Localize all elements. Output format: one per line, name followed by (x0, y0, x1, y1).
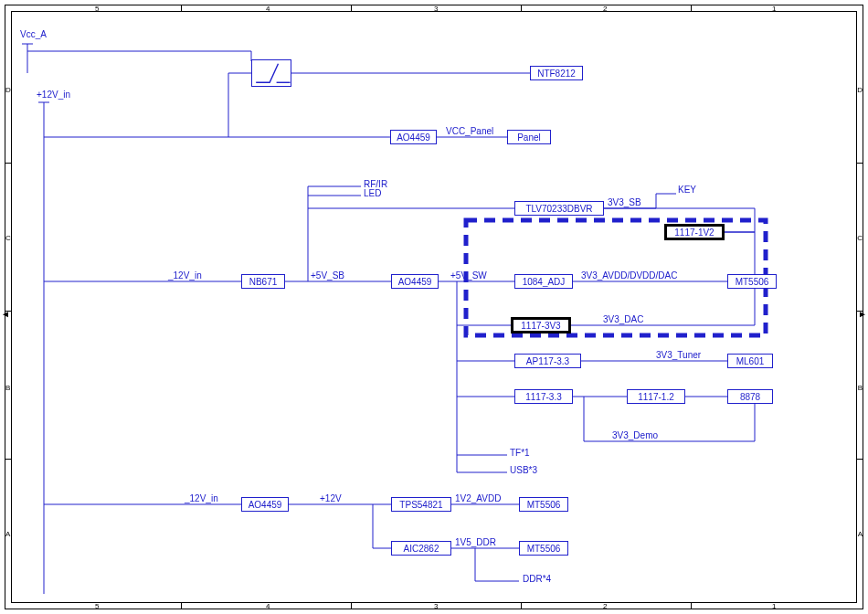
block-panel: Panel (507, 130, 551, 144)
block-tlv: TLV70233DBVR (514, 201, 604, 216)
block-8878: 8878 (727, 389, 773, 404)
tick (5, 163, 11, 164)
grid-col-1b: 1 (772, 602, 776, 610)
net-vcc-panel: VCC_Panel (446, 126, 493, 136)
net-3v3-demo: 3V3_Demo (612, 430, 658, 440)
grid-row-d: D (5, 86, 11, 94)
grid-row-a: A (5, 530, 10, 538)
port-vcc-a: Vcc_A (20, 29, 47, 39)
block-tps54821: TPS54821 (391, 497, 451, 512)
grid-col-3: 3 (434, 5, 438, 13)
block-ao4459-c: AO4459 (241, 497, 289, 512)
grid-col-4b: 4 (266, 602, 270, 610)
net-1v2-avdd: 1V2_AVDD (455, 493, 501, 503)
net-3v3-sb: 3V3_SB (608, 197, 641, 207)
block-ap117: AP117-3.3 (514, 354, 581, 368)
block-mt5506-b: MT5506 (519, 497, 568, 512)
block-ao4459-a: AO4459 (390, 130, 437, 144)
grid-col-5b: 5 (95, 602, 99, 610)
arrow-left: ◄ (1, 309, 10, 319)
block-nb671: NB671 (241, 274, 285, 289)
net-1v5-ddr: 1V5_DDR (455, 537, 496, 547)
net-3v3-tuner: 3V3_Tuner (656, 350, 701, 360)
net-12vin-a: _12V_in (168, 270, 202, 281)
grid-col-2b: 2 (603, 602, 607, 610)
grid-col-1: 1 (772, 5, 776, 13)
net-ddr4: DDR*4 (523, 574, 551, 584)
grid-col-3b: 3 (434, 602, 438, 610)
net-3v3-dac: 3V3_DAC (603, 314, 643, 324)
tick (521, 5, 522, 11)
block-mt5506-a: MT5506 (727, 274, 777, 289)
tick (857, 163, 863, 164)
net-tf1: TF*1 (510, 448, 530, 458)
grid-row-b: B (5, 384, 10, 392)
net-led: LED (364, 188, 381, 198)
block-1084-adj: 1084_ADJ (514, 274, 573, 289)
grid-row-ar: A (858, 530, 863, 538)
arrow-right: ► (858, 309, 867, 319)
block-1117-3-3: 1117-3.3 (514, 389, 573, 404)
tick (351, 5, 352, 11)
block-ao4459-b: AO4459 (391, 274, 439, 289)
tick (5, 459, 11, 460)
tick (521, 603, 522, 609)
grid-col-2: 2 (603, 5, 607, 13)
grid-row-br: B (858, 384, 863, 392)
grid-col-5: 5 (95, 5, 99, 13)
grid-row-cr: C (857, 234, 863, 242)
net-12vin-b: _12V_in (185, 493, 218, 503)
block-mt5506-c: MT5506 (519, 541, 568, 556)
net-p12v: +12V (320, 493, 342, 503)
schematic-canvas: 5 4 3 2 1 5 4 3 2 1 D C B A D C B A ◄ ► (0, 0, 868, 614)
tick (181, 603, 182, 609)
tick (691, 603, 692, 609)
net-5v-sb: +5V_SB (311, 270, 344, 281)
tick (857, 459, 863, 460)
block-ml601: ML601 (727, 354, 773, 368)
block-ntf8212: NTF8212 (530, 66, 583, 80)
relay-symbol (251, 59, 291, 87)
net-avdd-dvdd-dac: 3V3_AVDD/DVDD/DAC (581, 270, 677, 281)
block-aic2862: AIC2862 (391, 541, 451, 556)
block-1117-1-2: 1117-1.2 (627, 389, 685, 404)
net-key: KEY (678, 185, 696, 195)
grid-row-c: C (5, 234, 11, 242)
tick (351, 603, 352, 609)
grid-row-dr: D (857, 86, 863, 94)
tick (691, 5, 692, 11)
net-usb3: USB*3 (510, 465, 537, 475)
net-5v-sw: +5V_SW (450, 270, 487, 281)
block-1117-1v2: 1117-1V2 (664, 224, 725, 240)
grid-col-4: 4 (266, 5, 270, 13)
frame-inner (11, 11, 857, 603)
port-12v-in: +12V_in (37, 90, 70, 100)
block-1117-3v3: 1117-3V3 (511, 317, 571, 333)
tick (181, 5, 182, 11)
